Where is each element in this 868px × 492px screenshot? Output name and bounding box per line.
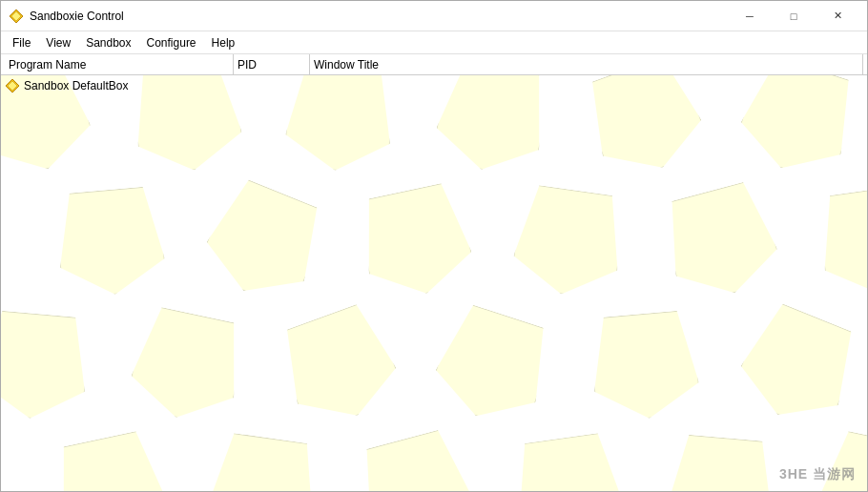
col-pid: PID — [234, 54, 310, 74]
list-area: Sandbox DefaultBox — [1, 75, 867, 491]
menu-help[interactable]: Help — [204, 31, 243, 53]
maximize-button[interactable]: □ — [772, 1, 816, 31]
menu-configure[interactable]: Configure — [139, 31, 204, 53]
col-window-title: Window Title — [310, 54, 863, 74]
sandbox-name: Sandbox DefaultBox — [24, 79, 128, 92]
close-button[interactable]: ✕ — [816, 1, 859, 31]
window-title: Sandboxie Control — [30, 10, 728, 23]
menu-file[interactable]: File — [5, 31, 38, 53]
sandbox-item-icon — [5, 78, 20, 93]
titlebar: Sandboxie Control ─ □ ✕ — [1, 1, 867, 31]
window-controls: ─ □ ✕ — [728, 1, 859, 31]
minimize-button[interactable]: ─ — [728, 1, 772, 31]
menu-view[interactable]: View — [38, 31, 78, 53]
watermark-label: 3HE 当游网 — [779, 466, 856, 483]
content-area: Sandbox DefaultBox 3HE 当游网 — [1, 75, 867, 491]
col-program-name: Program Name — [5, 54, 234, 74]
app-icon — [9, 9, 24, 24]
list-item[interactable]: Sandbox DefaultBox — [1, 75, 867, 96]
main-window: Sandboxie Control ─ □ ✕ File View Sandbo… — [0, 0, 868, 492]
menubar: File View Sandbox Configure Help — [1, 31, 867, 54]
menu-sandbox[interactable]: Sandbox — [78, 31, 138, 53]
column-headers: Program Name PID Window Title — [1, 54, 867, 75]
